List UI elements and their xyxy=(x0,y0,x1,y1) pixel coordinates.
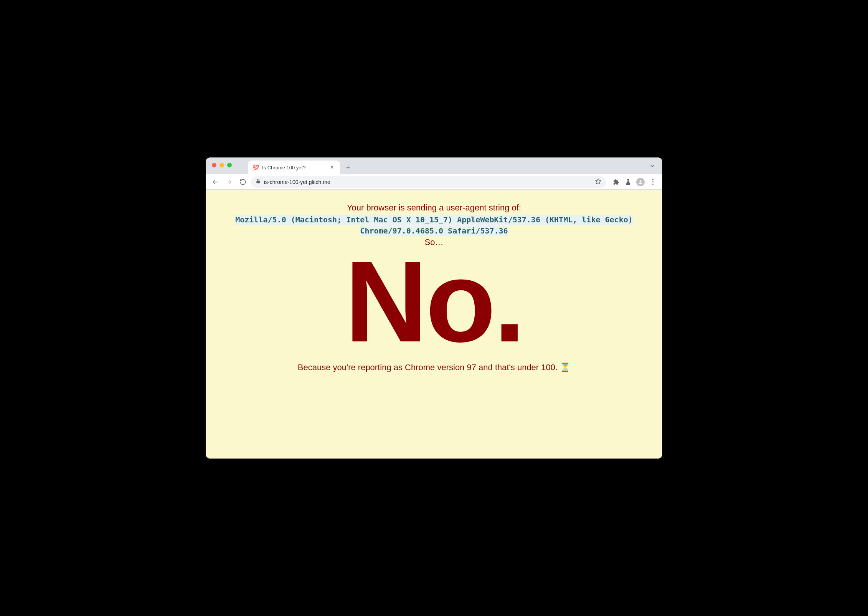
bookmark-star-icon[interactable] xyxy=(595,178,602,186)
window-controls xyxy=(212,163,232,167)
page-viewport: Your browser is sending a user-agent str… xyxy=(206,190,662,459)
svg-marker-2 xyxy=(596,179,601,184)
reload-button[interactable] xyxy=(237,176,249,188)
kebab-icon xyxy=(647,177,658,187)
overflow-menu-button[interactable] xyxy=(647,176,658,188)
tab-title: Is Chrome 100 yet? xyxy=(262,165,325,171)
tab-list-caret-icon[interactable] xyxy=(649,163,655,170)
new-tab-button[interactable]: + xyxy=(342,162,354,173)
window-maximize-button[interactable] xyxy=(227,163,232,167)
forward-button[interactable] xyxy=(223,176,235,188)
address-bar[interactable]: is-chrome-100-yet.glitch.me xyxy=(251,176,606,188)
toolbar-right-icons xyxy=(610,176,658,188)
user-agent-string: Mozilla/5.0 (Macintosh; Intel Mac OS X 1… xyxy=(235,215,633,236)
url-text: is-chrome-100-yet.glitch.me xyxy=(264,179,592,185)
profile-avatar[interactable] xyxy=(635,176,646,188)
tab-strip: 💯 Is Chrome 100 yet? × + xyxy=(206,157,662,174)
reason-text: Because you're reporting as Chrome versi… xyxy=(210,363,658,373)
window-minimize-button[interactable] xyxy=(219,163,224,167)
window-close-button[interactable] xyxy=(212,163,216,167)
intro-text: Your browser is sending a user-agent str… xyxy=(210,203,658,213)
hundred-emoji-icon: 💯 xyxy=(252,165,259,170)
toolbar: is-chrome-100-yet.glitch.me xyxy=(206,174,662,190)
labs-flask-icon[interactable] xyxy=(622,176,634,188)
lock-icon xyxy=(256,179,261,185)
back-button[interactable] xyxy=(210,176,221,188)
browser-window: 💯 Is Chrome 100 yet? × + is-chrome-100-y… xyxy=(206,157,662,459)
extensions-puzzle-icon[interactable] xyxy=(610,176,622,188)
close-tab-button[interactable]: × xyxy=(328,164,335,171)
browser-tab[interactable]: 💯 Is Chrome 100 yet? × xyxy=(248,161,340,174)
verdict-text: No. xyxy=(210,250,658,353)
